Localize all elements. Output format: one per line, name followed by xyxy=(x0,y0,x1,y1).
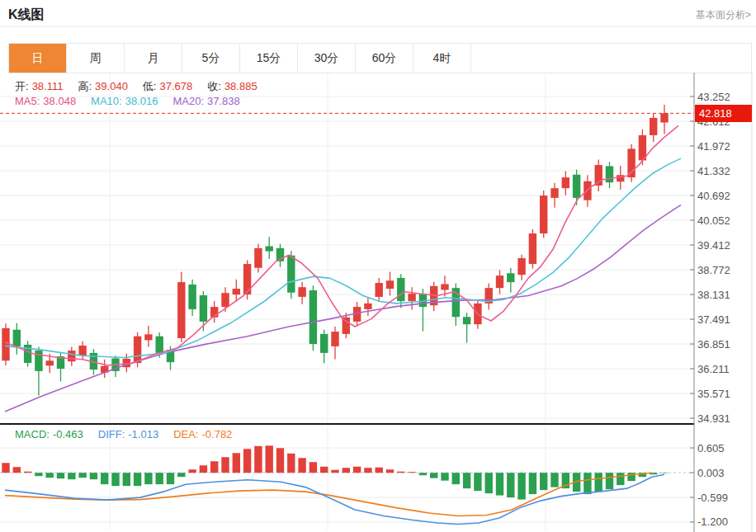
candle-body xyxy=(517,258,525,275)
macd-bar xyxy=(111,473,119,486)
macd-axis-label: -0.599 xyxy=(697,492,728,504)
legend-label: MA20: xyxy=(172,95,204,107)
y-axis-label: 43.252 xyxy=(697,91,730,103)
legend-value: 37.838 xyxy=(207,95,240,107)
y-axis-label: 36.211 xyxy=(697,363,730,375)
y-axis-label: 34.931 xyxy=(697,412,730,425)
candle-body xyxy=(441,284,448,290)
macd-bar xyxy=(233,453,240,473)
candle-body xyxy=(386,280,394,289)
y-axis-label: 40.692 xyxy=(697,190,730,202)
ma-legend: MA5:38.048MA10:38.016MA20:37.838 xyxy=(15,95,255,107)
legend-label: MACD: xyxy=(15,428,50,440)
candle-body xyxy=(540,195,547,233)
macd-bar xyxy=(167,473,174,484)
macd-bar xyxy=(474,473,481,491)
macd-bar xyxy=(376,468,383,473)
macd-bar xyxy=(287,454,295,473)
candle-body xyxy=(650,118,657,135)
candle-body xyxy=(408,294,415,301)
candle-body xyxy=(243,264,251,294)
candle-body xyxy=(507,273,514,282)
candle-body xyxy=(397,278,404,301)
legend-value: 38.111 xyxy=(32,80,64,92)
candle-body xyxy=(68,351,75,361)
macd-bar xyxy=(46,473,54,478)
candle-body xyxy=(266,247,273,252)
candle-body xyxy=(254,248,262,268)
candle-body xyxy=(144,334,152,340)
legend-value: -1.013 xyxy=(128,428,158,440)
y-axis-label: 35.571 xyxy=(697,388,730,400)
ma5-line xyxy=(5,125,678,365)
candle-body xyxy=(298,287,305,297)
candle-body xyxy=(496,275,503,288)
macd-bar xyxy=(254,446,262,473)
macd-bar xyxy=(343,468,350,473)
legend-item: MACD:-0.463 xyxy=(15,428,87,440)
macd-bar xyxy=(68,473,75,479)
macd-bar xyxy=(57,473,64,478)
legend-label: DEA: xyxy=(173,428,198,440)
macd-axis-label: -1.200 xyxy=(697,516,728,528)
legend-item: 收:38.885 xyxy=(207,79,260,94)
candle-body xyxy=(331,332,338,346)
macd-bar xyxy=(243,449,251,473)
candle-body xyxy=(660,113,668,122)
candle-body xyxy=(46,360,54,365)
legend-value: -0.782 xyxy=(201,428,232,440)
macd-bar xyxy=(276,448,284,473)
y-axis-label: 39.412 xyxy=(697,239,730,252)
legend-label: 高: xyxy=(78,80,92,92)
candle-body xyxy=(562,177,569,188)
legend-item: 开:38.111 xyxy=(15,79,66,94)
macd-bar xyxy=(35,473,42,476)
legend-item: DEA:-0.782 xyxy=(173,428,235,440)
current-price-tag: 42.818 xyxy=(695,105,752,122)
macd-bar xyxy=(177,473,185,477)
candle-body xyxy=(529,233,536,264)
legend-item: DIFF:-1.013 xyxy=(98,428,162,440)
macd-bar xyxy=(144,473,152,484)
macd-bar xyxy=(397,472,404,473)
y-axis-label: 37.491 xyxy=(697,313,730,326)
legend-value: 38.885 xyxy=(224,80,258,92)
macd-bar xyxy=(123,473,130,486)
kline-app: K线图 基本面分析> 日周月5分15分30分60分4时 开:38.111高:39… xyxy=(0,0,756,532)
y-axis-label: 40.052 xyxy=(697,214,730,227)
macd-bar xyxy=(101,473,108,484)
ohlc-legend: 开:38.111高:39.040低:37.678收:38.885 xyxy=(15,79,272,94)
candle-body xyxy=(188,285,196,309)
macd-bar xyxy=(463,473,470,488)
macd-bar xyxy=(617,473,624,485)
macd-bar xyxy=(529,473,536,494)
y-axis-label: 38.772 xyxy=(697,264,730,276)
macd-bar xyxy=(408,472,415,473)
macd-bar xyxy=(78,473,86,478)
macd-bar xyxy=(320,467,328,473)
macd-bar xyxy=(606,473,613,489)
legend-label: MA5: xyxy=(15,95,40,107)
macd-bar xyxy=(430,473,437,478)
candle-body xyxy=(78,346,86,355)
candle-body xyxy=(364,304,371,309)
legend-item: 高:39.040 xyxy=(78,79,130,94)
macd-bar xyxy=(210,461,218,473)
macd-bar xyxy=(309,462,317,473)
legend-value: 38.048 xyxy=(43,95,76,107)
candle-body xyxy=(550,188,558,198)
candle-body xyxy=(309,290,317,344)
y-axis-label: 41.332 xyxy=(697,165,730,177)
legend-label: DIFF: xyxy=(98,428,125,440)
candle-body xyxy=(233,289,240,294)
macd-bar xyxy=(485,473,493,493)
macd-bar xyxy=(266,445,273,473)
macd-bar xyxy=(298,458,305,473)
macd-legend: MACD:-0.463DIFF:-1.013DEA:-0.782 xyxy=(15,428,247,440)
legend-label: MA10: xyxy=(91,95,122,107)
legend-item: MA5:38.048 xyxy=(15,95,79,107)
legend-value: 37.678 xyxy=(159,80,192,92)
macd-bar xyxy=(353,467,361,473)
candle-body xyxy=(2,328,9,360)
legend-label: 开: xyxy=(15,80,29,92)
